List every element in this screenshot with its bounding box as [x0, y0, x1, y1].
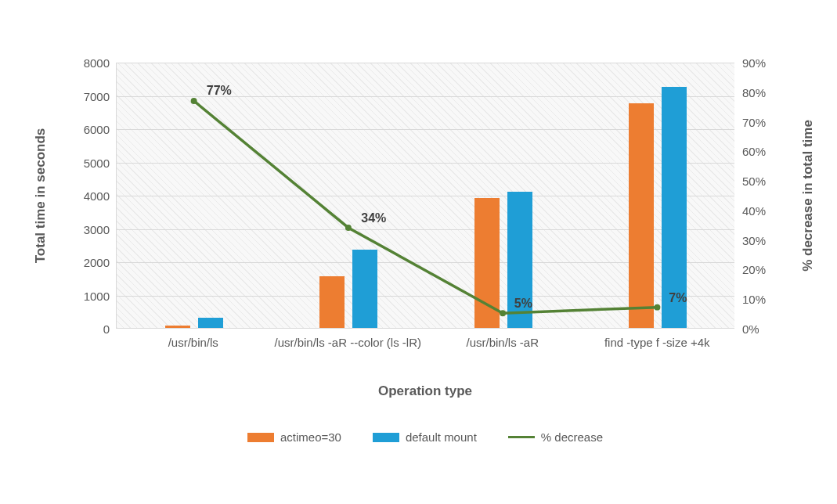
y-tick-left: 6000 [63, 124, 110, 135]
y-tick-right: 60% [742, 146, 789, 157]
data-label: 34% [361, 211, 386, 225]
plot-area: 77%34%5%7% [116, 63, 734, 329]
data-label: 77% [207, 84, 232, 98]
y-tick-right: 70% [742, 116, 789, 128]
x-tick: find -type f -size +4k [580, 335, 735, 351]
y-tick-left: 1000 [63, 290, 110, 301]
bar-actimeo-30 [165, 326, 190, 328]
legend-swatch-icon [247, 433, 274, 442]
bar-actimeo-30 [319, 276, 345, 328]
x-tick: /usr/bin/ls -aR --color (ls -lR) [271, 335, 426, 351]
y-axis-right: 0%10%20%30%40%50%60%70%80%90% [739, 63, 786, 329]
x-axis-title: Operation type [116, 383, 734, 399]
y-tick-right: 0% [742, 323, 789, 335]
y-tick-right: 30% [742, 234, 789, 246]
legend: actimeo=30 default mount % decrease [116, 430, 734, 444]
legend-line-icon [508, 436, 535, 438]
legend-item-actimeo: actimeo=30 [247, 430, 341, 444]
bar-default-mount [352, 250, 377, 328]
bar-default-mount [198, 318, 223, 328]
legend-label: default mount [406, 430, 477, 444]
legend-swatch-icon [373, 433, 399, 442]
x-tick: /usr/bin/ls -aR [425, 335, 580, 351]
y-tick-right: 10% [742, 293, 789, 305]
data-label: 5% [514, 297, 532, 311]
bar-actimeo-30 [474, 198, 500, 328]
y-tick-right: 90% [742, 57, 789, 69]
y-tick-left: 4000 [63, 190, 110, 202]
y-axis-left-title: Total time in seconds [33, 60, 49, 196]
x-tick: /usr/bin/ls [116, 335, 271, 351]
bar-actimeo-30 [629, 103, 654, 328]
y-axis-left: 010002000300040005000600070008000 [66, 63, 113, 329]
x-axis: /usr/bin/ls/usr/bin/ls -aR --color (ls -… [116, 330, 734, 377]
y-tick-left: 2000 [63, 257, 110, 268]
legend-label: actimeo=30 [280, 430, 341, 444]
y-tick-left: 7000 [63, 90, 110, 102]
y-tick-right: 80% [742, 86, 789, 98]
data-label: 7% [669, 291, 687, 305]
y-tick-right: 40% [742, 204, 789, 216]
legend-item-decrease: % decrease [508, 430, 603, 444]
y-tick-right: 50% [742, 175, 789, 187]
y-tick-right: 20% [742, 264, 789, 275]
y-axis-right-title: % decrease in total time [800, 44, 816, 196]
legend-item-default: default mount [373, 430, 477, 444]
y-tick-left: 8000 [63, 57, 110, 69]
chart-container: Total time in seconds % decrease in tota… [47, 47, 791, 477]
y-tick-left: 5000 [63, 157, 110, 168]
y-tick-left: 3000 [63, 223, 110, 235]
y-tick-left: 0 [63, 323, 110, 335]
gridline [117, 63, 734, 63]
legend-label: % decrease [541, 430, 603, 444]
